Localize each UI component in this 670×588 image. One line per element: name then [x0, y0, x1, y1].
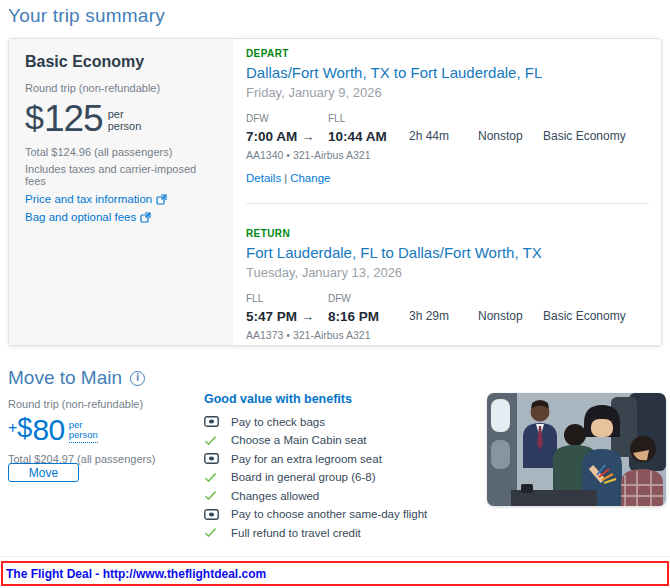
flight-number-aircraft: AA1340 • 321-Airbus A321 [246, 149, 649, 161]
origin-airport-code: FLL [246, 293, 328, 305]
arrive-time: 10:44 AM [328, 129, 409, 144]
check-icon [204, 527, 219, 538]
dest-airport-code: DFW [328, 293, 409, 305]
benefits-title: Good value with benefits [204, 392, 474, 406]
benefit-row: Pay for an extra legroom seat [204, 453, 474, 465]
benefit-text: Choose a Main Cabin seat [231, 434, 367, 446]
price-tax-info-label: Price and tax information [25, 193, 152, 205]
flight-deal-banner-text: The Flight Deal - http://www.theflightde… [3, 567, 266, 581]
depart-time: 5:47 PM→ [246, 309, 328, 324]
flight-segments: DEPART Dallas/Fort Worth, TX to Fort Lau… [233, 39, 661, 345]
per-label: per [108, 108, 124, 120]
move-to-main-label: Move to Main [8, 367, 122, 389]
flight-duration: 2h 44m [409, 129, 478, 143]
benefit-text: Board in general group (6-8) [231, 471, 375, 483]
upsell-currency: $ [17, 415, 32, 442]
benefit-row: Pay to check bags [204, 416, 474, 428]
fare-price: $125 per person [25, 100, 217, 137]
upsell-price-block: Round trip (non-refundable) +$80 per per… [8, 398, 188, 465]
arrow-right-icon: → [301, 309, 314, 324]
price-tax-info-link[interactable]: Price and tax information [25, 193, 217, 205]
dest-airport-code: FLL [328, 113, 409, 125]
check-icon [204, 435, 219, 446]
per-label: per [69, 419, 83, 430]
benefit-text: Pay to check bags [231, 416, 325, 428]
depart-route: Dallas/Fort Worth, TX to Fort Lauderdale… [246, 64, 649, 81]
upsell-amount: 80 [32, 415, 64, 445]
benefit-text: Full refund to travel credit [231, 527, 361, 539]
benefit-row: Changes allowed [204, 490, 474, 502]
flight-deal-banner: The Flight Deal - http://www.theflightde… [1, 561, 669, 586]
fare-panel: Basic Economy Round trip (non-refundable… [9, 39, 233, 345]
stops-label: Nonstop [478, 129, 543, 143]
depart-segment: DEPART Dallas/Fort Worth, TX to Fort Lau… [246, 39, 649, 184]
upsell-per-person-label: per person [69, 420, 98, 443]
money-icon [204, 509, 219, 520]
flight-duration: 3h 29m [409, 309, 478, 323]
price-currency: $ [25, 100, 44, 134]
benefit-row: Choose a Main Cabin seat [204, 435, 474, 447]
new-window-icon [156, 194, 167, 205]
new-window-icon [140, 212, 151, 223]
change-link[interactable]: Change [290, 172, 330, 184]
origin-airport-code: DFW [246, 113, 328, 125]
move-button[interactable]: Move [8, 463, 79, 482]
depart-time: 7:00 AM→ [246, 129, 328, 144]
benefit-text: Pay to choose another same-day flight [231, 508, 427, 520]
stops-label: Nonstop [478, 309, 543, 323]
trip-summary-page: Your trip summary Basic Economy Round tr… [0, 0, 670, 588]
footer-divider [0, 556, 670, 557]
bag-optional-fees-link[interactable]: Bag and optional fees [25, 211, 217, 223]
details-link[interactable]: Details [246, 172, 281, 184]
segment-fare-class: Basic Economy [543, 129, 649, 143]
depart-time-value: 7:00 AM [246, 129, 297, 144]
price-per-person-label: per person [108, 108, 142, 132]
link-separator: | [284, 172, 287, 184]
cabin-photo-illustration [487, 393, 666, 506]
benefits-list: Good value with benefits Pay to check ba… [204, 392, 474, 546]
cabin-passengers-photo [487, 393, 666, 506]
return-label: RETURN [246, 228, 649, 239]
flight-number-aircraft: AA1373 • 321-Airbus A321 [246, 329, 649, 341]
bag-fees-label: Bag and optional fees [25, 211, 136, 223]
depart-label: DEPART [246, 48, 649, 59]
return-flight-row: FLL 5:47 PM→ DFW 8:16 PM 3h 29m Nonstop … [246, 293, 649, 324]
check-icon [204, 472, 219, 483]
person-label: person [108, 120, 142, 132]
benefit-row: Board in general group (6-8) [204, 472, 474, 484]
trip-summary-card: Basic Economy Round trip (non-refundable… [8, 38, 662, 346]
person-label: person [69, 429, 98, 440]
benefit-text: Changes allowed [231, 490, 319, 502]
fare-total: Total $124.96 (all passengers) [25, 146, 217, 158]
benefit-row: Pay to choose another same-day flight [204, 509, 474, 521]
depart-time-value: 5:47 PM [246, 309, 297, 324]
money-icon [204, 416, 219, 427]
money-icon [204, 453, 219, 464]
segment-links: Details|Change [246, 172, 649, 184]
fare-trip-type: Round trip (non-refundable) [25, 82, 217, 94]
upsell-trip-type: Round trip (non-refundable) [8, 398, 188, 410]
depart-flight-row: DFW 7:00 AM→ FLL 10:44 AM 2h 44m Nonstop… [246, 113, 649, 144]
price-amount: 125 [44, 100, 103, 137]
move-to-main-title: Move to Main i [8, 367, 145, 389]
info-icon[interactable]: i [130, 371, 145, 386]
fare-name: Basic Economy [25, 53, 217, 71]
arrow-right-icon: → [301, 129, 314, 144]
return-segment: RETURN Fort Lauderdale, FL to Dallas/For… [246, 204, 649, 346]
fare-includes-note: Includes taxes and carrier-imposed fees [25, 163, 217, 187]
segment-fare-class: Basic Economy [543, 309, 649, 323]
return-route: Fort Lauderdale, FL to Dallas/Fort Worth… [246, 244, 649, 261]
return-date: Tuesday, January 13, 2026 [246, 265, 649, 280]
page-title: Your trip summary [8, 5, 165, 27]
depart-date: Friday, January 9, 2026 [246, 85, 649, 100]
plus-sign: + [8, 419, 17, 437]
benefit-text: Pay for an extra legroom seat [231, 453, 382, 465]
check-icon [204, 490, 219, 501]
upsell-price: +$80 per person [8, 415, 188, 445]
benefit-row: Full refund to travel credit [204, 527, 474, 539]
arrive-time: 8:16 PM [328, 309, 409, 324]
